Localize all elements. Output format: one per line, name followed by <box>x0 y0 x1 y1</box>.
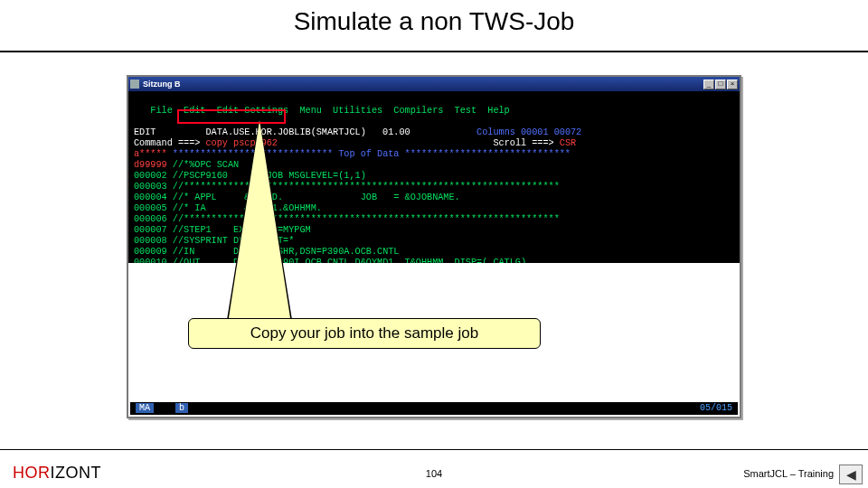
data-row: 000008 //SYSPRINT DD SYSOUT=* <box>134 236 294 246</box>
callout-box: Copy your job into the sample job <box>188 318 541 349</box>
command-label: Command ===> <box>134 138 200 148</box>
footer-caption: SmartJCL – Training <box>743 468 834 479</box>
data-row: 000010 //OUT DD DSN=P390I.OCB.CNTL.D&OYM… <box>134 258 532 263</box>
maximize-button[interactable]: □ <box>715 80 726 89</box>
edit-header-left: EDIT DATA.USE.HOR.JOBLIB(SMARTJCL) 01.00 <box>134 127 410 137</box>
menubar[interactable]: File Edit Edit Settings Menu Utilities C… <box>134 106 510 116</box>
callout-text: Copy your job into the sample job <box>250 324 478 343</box>
window-icon <box>130 80 139 89</box>
data-row: 000009 //IN DD DISP=SHR,DSN=P390A.OCB.CN… <box>134 247 399 257</box>
data-row: a***** ***************************** Top… <box>134 149 571 159</box>
footer-divider <box>0 449 868 450</box>
data-row: 000006 //*******************************… <box>134 214 560 224</box>
window-buttons: _ □ × <box>703 80 738 89</box>
terminal-window: Sitzung B _ □ × File Edit Edit Settings … <box>127 75 741 418</box>
data-row: d99999 //*%OPC SCAN <box>134 160 239 170</box>
minimize-button[interactable]: _ <box>703 80 714 89</box>
title-divider <box>0 51 868 52</box>
scroll-input[interactable]: CSR <box>560 138 576 148</box>
status-b: b <box>175 403 188 413</box>
window-titlebar: Sitzung B _ □ × <box>128 77 740 91</box>
scroll-label: Scroll ===> <box>493 138 553 148</box>
prev-slide-button[interactable]: ◀ <box>839 465 863 484</box>
data-row: 000005 //* IA &OYMD1.&OHHMM. <box>134 203 322 213</box>
slide-title: Simulate a non TWS-Job <box>0 7 868 36</box>
status-ma: MA <box>136 403 154 413</box>
data-row: 000003 //*******************************… <box>134 182 560 192</box>
status-bar: MA b 05/015 <box>130 402 738 415</box>
edit-header-right: Columns 00001 00072 <box>476 127 581 137</box>
status-cursor-pos: 05/015 <box>700 402 732 415</box>
terminal-body[interactable]: File Edit Edit Settings Menu Utilities C… <box>128 91 740 263</box>
data-row: 000004 //* APPL &OADID. JOB = &OJOBNAME. <box>134 192 460 202</box>
window-title: Sitzung B <box>143 80 181 89</box>
command-input[interactable]: copy pscp1962 <box>206 138 278 148</box>
close-button[interactable]: × <box>727 80 738 89</box>
page-number: 104 <box>0 468 868 479</box>
data-row: 000002 //PSCP9160 JOB MSGLEVEL=(1,1) <box>134 171 366 181</box>
data-row: 000007 //STEP1 EXEC PGM=MYPGM <box>134 225 311 235</box>
